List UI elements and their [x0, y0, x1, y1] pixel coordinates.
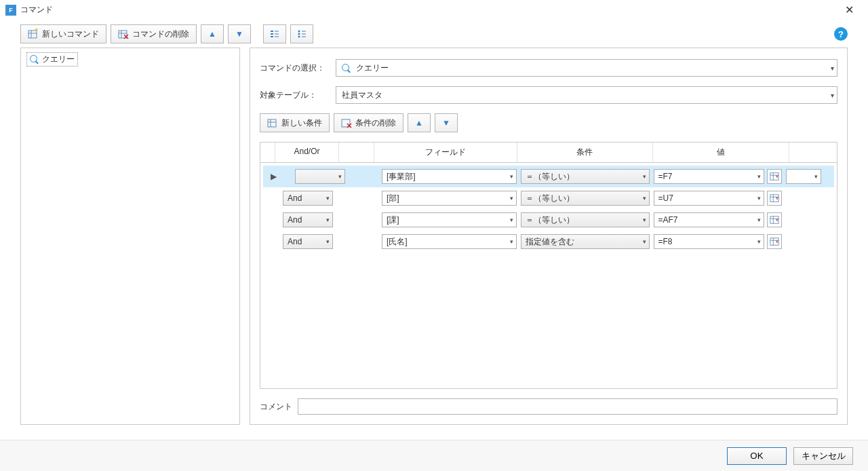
value-dropdown[interactable]: =F7▾ — [654, 169, 765, 184]
target-table-label: 対象テーブル： — [260, 90, 336, 101]
svg-rect-11 — [271, 36, 273, 37]
command-tree: クエリー — [20, 48, 240, 425]
collapse-icon — [269, 29, 280, 39]
delete-command-label: コマンドの削除 — [132, 29, 189, 40]
delete-condition-label: 条件の削除 — [355, 117, 396, 129]
value-dropdown[interactable]: =F8▾ — [654, 234, 765, 249]
fx-button[interactable] — [767, 234, 782, 249]
delete-command-button[interactable]: コマンドの削除 — [111, 24, 197, 43]
command-select-value: クエリー — [356, 62, 389, 74]
app-icon: F — [5, 5, 16, 16]
command-select-dropdown[interactable]: クエリー ▾ — [336, 59, 837, 77]
svg-marker-38 — [776, 219, 778, 221]
search-icon — [30, 55, 39, 64]
down-arrow-icon: ▼ — [235, 29, 243, 39]
expand-button[interactable] — [290, 24, 313, 43]
down-arrow-icon: ▼ — [442, 118, 450, 128]
svg-point-15 — [298, 31, 300, 33]
cond-move-up-button[interactable]: ▲ — [408, 113, 431, 132]
grid-header: And/Or フィールド 条件 値 — [260, 143, 837, 163]
header-value: 値 — [653, 143, 789, 162]
condition-dropdown[interactable]: ＝（等しい）▾ — [521, 169, 650, 184]
close-button[interactable]: ✕ — [835, 0, 863, 20]
field-dropdown[interactable]: [事業部]▾ — [382, 169, 517, 184]
move-up-button[interactable]: ▲ — [201, 24, 224, 43]
new-command-button[interactable]: 新しいコマンド — [20, 24, 106, 43]
svg-marker-34 — [776, 197, 778, 200]
move-down-button[interactable]: ▼ — [228, 24, 251, 43]
svg-point-16 — [298, 33, 300, 35]
header-cond: 条件 — [517, 143, 654, 162]
field-dropdown[interactable]: [部]▾ — [382, 191, 517, 206]
fx-button[interactable] — [767, 191, 782, 206]
target-table-value: 社員マスタ — [342, 90, 382, 101]
new-condition-icon — [267, 117, 278, 128]
window-title: コマンド — [20, 4, 835, 16]
new-command-icon — [28, 29, 39, 39]
tree-item-label: クエリー — [42, 54, 75, 65]
value-dropdown[interactable]: =U7▾ — [654, 191, 765, 206]
andor-dropdown[interactable]: And▾ — [283, 234, 333, 249]
delete-condition-icon — [341, 117, 352, 128]
condition-dropdown[interactable]: 指定値を含む▾ — [521, 234, 650, 249]
cond-move-down-button[interactable]: ▼ — [435, 113, 458, 132]
svg-marker-30 — [776, 175, 778, 178]
extra-dropdown[interactable]: ▾ — [786, 169, 821, 184]
condition-row[interactable]: And▾[氏名]▾指定値を含む▾=F8▾ — [263, 231, 834, 252]
header-field: フィールド — [374, 143, 517, 162]
new-condition-label: 新しい条件 — [281, 117, 322, 129]
andor-dropdown[interactable]: And▾ — [283, 191, 333, 206]
svg-rect-10 — [271, 33, 273, 35]
svg-point-17 — [298, 36, 300, 38]
comment-input[interactable] — [298, 398, 837, 415]
up-arrow-icon: ▲ — [415, 118, 423, 128]
collapse-button[interactable] — [263, 24, 286, 43]
target-table-dropdown[interactable]: 社員マスタ ▾ — [336, 86, 837, 104]
andor-dropdown[interactable]: And▾ — [283, 212, 333, 227]
fx-button[interactable] — [767, 212, 782, 227]
andor-dropdown[interactable]: ▾ — [295, 169, 345, 184]
svg-rect-9 — [271, 31, 273, 32]
new-condition-button[interactable]: 新しい条件 — [260, 113, 330, 132]
condition-dropdown[interactable]: ＝（等しい）▾ — [521, 191, 650, 206]
svg-rect-21 — [268, 119, 276, 127]
delete-condition-button[interactable]: 条件の削除 — [334, 113, 403, 132]
condition-row[interactable]: And▾[課]▾＝（等しい）▾=AF7▾ — [263, 209, 834, 231]
field-dropdown[interactable]: [課]▾ — [382, 212, 517, 227]
field-dropdown[interactable]: [氏名]▾ — [382, 234, 517, 249]
command-select-label: コマンドの選択： — [260, 62, 336, 74]
search-icon — [342, 64, 351, 73]
chevron-down-icon: ▾ — [831, 92, 834, 99]
header-andor: And/Or — [275, 143, 339, 162]
tree-item-query[interactable]: クエリー — [26, 52, 78, 67]
up-arrow-icon: ▲ — [208, 29, 216, 39]
comment-label: コメント — [260, 401, 298, 413]
new-command-label: 新しいコマンド — [42, 29, 99, 40]
delete-command-icon — [118, 29, 129, 39]
help-button[interactable]: ? — [834, 27, 848, 41]
svg-marker-42 — [776, 240, 778, 243]
svg-rect-0 — [28, 31, 37, 38]
value-dropdown[interactable]: =AF7▾ — [654, 212, 765, 227]
condition-row[interactable]: And▾[部]▾＝（等しい）▾=U7▾ — [263, 187, 834, 209]
condition-row[interactable]: ▶▾[事業部]▾＝（等しい）▾=F7▾▾ — [263, 166, 834, 187]
row-handle: ▶ — [266, 172, 281, 181]
condition-dropdown[interactable]: ＝（等しい）▾ — [521, 212, 650, 227]
expand-icon — [296, 29, 307, 39]
chevron-down-icon: ▾ — [831, 64, 834, 72]
fx-button[interactable] — [767, 169, 782, 184]
